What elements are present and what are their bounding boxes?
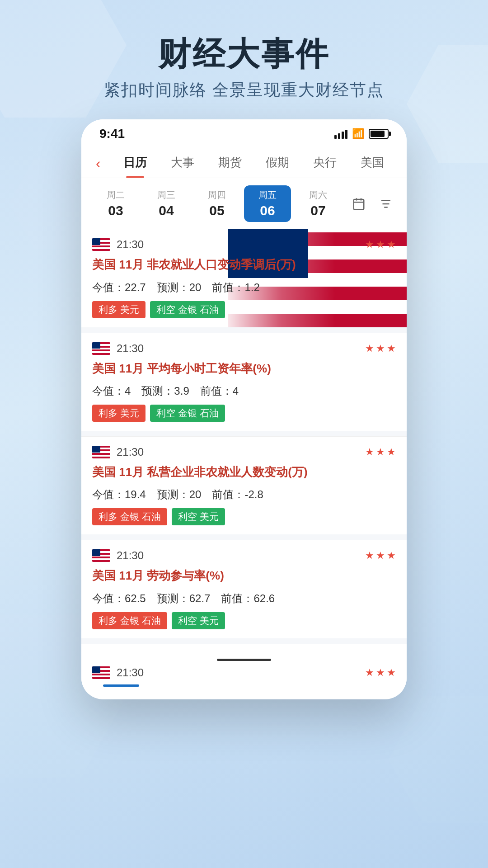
event-time-3: 21:30: [117, 446, 144, 458]
event-stars-2: ★ ★ ★: [365, 343, 396, 354]
event-card-3[interactable]: 21:30 ★ ★ ★ 美国 11月 私营企业非农就业人数变动(万) 今值：19…: [81, 436, 407, 534]
event-stars-4: ★ ★ ★: [365, 550, 396, 561]
date-item-06[interactable]: 周五 06: [244, 185, 291, 222]
star-2-1: ★: [365, 343, 374, 354]
tag-1-2: 利空 金银 石油: [150, 301, 225, 318]
event-tags-2: 利多 美元 利空 金银 石油: [92, 405, 396, 422]
signal-icon: [334, 129, 347, 139]
tab-holidays[interactable]: 假期: [253, 149, 301, 178]
star-3-2: ★: [376, 446, 385, 458]
tag-2-2: 利空 金银 石油: [150, 405, 225, 422]
event-header-4: 21:30 ★ ★ ★: [92, 549, 396, 562]
event-values-2: 今值：4 预测：3.9 前值：4: [92, 384, 396, 398]
back-button[interactable]: ‹: [92, 151, 104, 175]
event-header-2: 21:30 ★ ★ ★: [92, 342, 396, 355]
event-left-3: 21:30: [92, 446, 144, 458]
event-header-1: 21:30 ★ ★ ★: [92, 238, 396, 251]
star-1-3: ★: [387, 239, 396, 250]
forecast-3: 预测：20: [157, 487, 202, 502]
date-item-05[interactable]: 周四 05: [193, 185, 240, 222]
event-left-4: 21:30: [92, 549, 144, 562]
tab-us[interactable]: 美国: [348, 149, 396, 178]
tag-3-2: 利空 美元: [172, 508, 225, 525]
star-4-2: ★: [376, 550, 385, 561]
us-flag-icon-3: [92, 446, 110, 458]
event-header-5: 21:30 ★ ★ ★: [92, 666, 396, 679]
battery-icon: [369, 129, 389, 139]
tab-central-bank[interactable]: 央行: [301, 149, 348, 178]
us-flag-icon-1: [92, 238, 110, 251]
star-3-1: ★: [365, 446, 374, 458]
page-subtitle: 紧扣时间脉络 全景呈现重大财经节点: [104, 79, 384, 101]
us-flag-icon-2: [92, 342, 110, 355]
star-2-2: ★: [376, 343, 385, 354]
bottom-blue-indicator: [103, 684, 139, 687]
event-card-5[interactable]: 21:30 ★ ★ ★: [81, 644, 407, 694]
tab-events[interactable]: 大事: [159, 149, 206, 178]
calendar-icon-button[interactable]: [349, 194, 369, 214]
tab-calendar[interactable]: 日历: [112, 149, 159, 178]
event-stars-5: ★ ★ ★: [365, 667, 396, 679]
event-time-4: 21:30: [117, 549, 144, 562]
filter-icon-button[interactable]: [376, 194, 396, 214]
event-title-2: 美国 11月 平均每小时工资年率(%): [92, 360, 396, 377]
star-5-2: ★: [376, 667, 385, 679]
event-card-4[interactable]: 21:30 ★ ★ ★ 美国 11月 劳动参与率(%) 今值：62.5 预测：6…: [81, 540, 407, 638]
star-4-1: ★: [365, 550, 374, 561]
current-value-4: 今值：62.5: [92, 591, 146, 606]
event-left-1: 21:30: [92, 238, 144, 251]
hex-deco-2: [407, 45, 488, 163]
content-area: 21:30 ★ ★ ★ 美国 11月 非农就业人口变动季调后(万) 今值：22.…: [81, 229, 407, 694]
current-value-1: 今值：22.7: [92, 280, 146, 295]
tag-1-1: 利多 美元: [92, 301, 145, 318]
event-values-1: 今值：22.7 预测：20 前值：1.2: [92, 280, 396, 295]
event-tags-4: 利多 金银 石油 利空 美元: [92, 612, 396, 629]
forecast-4: 预测：62.7: [157, 591, 211, 606]
tag-4-2: 利空 美元: [172, 612, 225, 629]
event-time-1: 21:30: [117, 238, 144, 251]
status-time: 9:41: [99, 127, 125, 141]
event-left-2: 21:30: [92, 342, 144, 355]
event-card-1[interactable]: 21:30 ★ ★ ★ 美国 11月 非农就业人口变动季调后(万) 今值：22.…: [81, 229, 407, 327]
current-value-3: 今值：19.4: [92, 487, 146, 502]
hex-deco-4: [389, 696, 488, 823]
page-header: 财经大事件 紧扣时间脉络 全景呈现重大财经节点: [104, 36, 384, 101]
svg-rect-0: [354, 199, 364, 210]
us-flag-icon-5: [92, 666, 110, 679]
event-tags-3: 利多 金银 石油 利空 美元: [92, 508, 396, 525]
forecast-1: 预测：20: [157, 280, 202, 295]
tag-3-1: 利多 金银 石油: [92, 508, 167, 525]
status-bar: 9:41 📶: [81, 119, 407, 145]
previous-2: 前值：4: [200, 384, 239, 398]
forecast-2: 预测：3.9: [141, 384, 189, 398]
event-time-2: 21:30: [117, 342, 144, 355]
date-item-07[interactable]: 周六 07: [295, 185, 342, 222]
event-values-4: 今值：62.5 预测：62.7 前值：62.6: [92, 591, 396, 606]
previous-1: 前值：1.2: [212, 280, 259, 295]
event-left-5: 21:30: [92, 666, 144, 679]
page-title: 财经大事件: [104, 36, 384, 72]
date-icons: [349, 194, 396, 214]
star-3-3: ★: [387, 446, 396, 458]
event-card-2[interactable]: 21:30 ★ ★ ★ 美国 11月 平均每小时工资年率(%) 今值：4 预测：…: [81, 333, 407, 431]
tag-4-1: 利多 金银 石油: [92, 612, 167, 629]
event-tags-1: 利多 美元 利空 金银 石油: [92, 301, 396, 318]
star-2-3: ★: [387, 343, 396, 354]
event-title-1: 美国 11月 非农就业人口变动季调后(万): [92, 256, 396, 273]
event-header-3: 21:30 ★ ★ ★: [92, 446, 396, 458]
star-5-3: ★: [387, 667, 396, 679]
nav-tabs: ‹ 日历 大事 期货 假期 央行 美国: [81, 145, 407, 178]
star-5-1: ★: [365, 667, 374, 679]
scroll-indicator: [217, 659, 271, 661]
previous-4: 前值：62.6: [221, 591, 275, 606]
star-1-1: ★: [365, 239, 374, 250]
event-stars-1: ★ ★ ★: [365, 239, 396, 250]
tag-2-1: 利多 美元: [92, 405, 145, 422]
event-title-3: 美国 11月 私营企业非农就业人数变动(万): [92, 464, 396, 480]
event-time-5: 21:30: [117, 666, 144, 679]
date-item-03[interactable]: 周二 03: [92, 185, 139, 222]
date-item-04[interactable]: 周三 04: [143, 185, 190, 222]
event-stars-3: ★ ★ ★: [365, 446, 396, 458]
tab-futures[interactable]: 期货: [206, 149, 253, 178]
wifi-icon: 📶: [352, 128, 364, 140]
